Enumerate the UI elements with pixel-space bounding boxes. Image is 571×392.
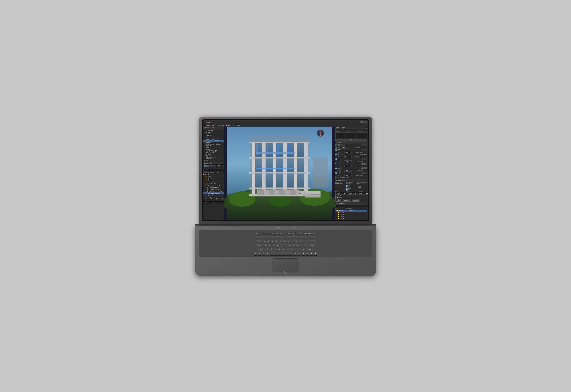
tag-item-mechplumbing[interactable]: ▶Mechanical and Plumbing Systems (203, 143, 224, 146)
key-comma[interactable]: , (294, 248, 297, 251)
top-offset-input[interactable] (344, 151, 352, 153)
key-2[interactable]: 2 (263, 236, 267, 239)
key-ralt[interactable]: alt (294, 252, 297, 255)
list-item[interactable]: ■ 09122019 Boom Blo... DWG (203, 193, 224, 194)
tag-item-interiors[interactable]: ▶Interiors (203, 133, 224, 135)
key-d[interactable]: d (272, 244, 275, 247)
tag-item-level[interactable]: ▶Level (203, 137, 224, 138)
key-9[interactable]: 9 (291, 236, 295, 239)
key-v[interactable]: v (278, 248, 281, 251)
right-offset-input[interactable] (344, 165, 352, 167)
presets-search-input[interactable] (335, 205, 367, 207)
key-caps[interactable]: caps (255, 244, 263, 247)
tag-item-bylevel[interactable]: ▶By Level (203, 131, 224, 133)
tag-item-structural[interactable]: ▶Structural (203, 153, 224, 155)
preset-row[interactable]: 📁 Level 2 (337, 213, 367, 215)
close-icon[interactable]: × (366, 203, 367, 204)
preset-row[interactable]: ▶📁 701814... Base Ma... (335, 210, 367, 212)
key-o[interactable]: o (295, 240, 299, 243)
attach-button[interactable]: 📎 Attach (209, 197, 214, 201)
menu-edit[interactable]: Edit (208, 125, 210, 126)
key-t[interactable]: t (279, 240, 282, 243)
tab-filter[interactable]: Filter (217, 165, 222, 167)
key-z[interactable]: z (266, 248, 269, 251)
key-lbracket[interactable]: [ (303, 240, 306, 243)
key-x[interactable]: x (270, 248, 273, 251)
key-c[interactable]: c (274, 248, 277, 251)
set-right-button[interactable]: Set Right (361, 163, 367, 165)
hide-button[interactable]: HIDE (340, 144, 345, 146)
menu-view[interactable]: View (211, 125, 214, 126)
archive-search-input[interactable] (204, 169, 224, 171)
key-i[interactable]: i (291, 240, 294, 243)
key-lctrl[interactable]: ctrl (258, 252, 261, 255)
tag-item-qaqc[interactable]: ▶QAQC (203, 148, 224, 150)
tag-item-landscape[interactable]: ▶Landscape (203, 135, 224, 137)
key-lalt[interactable]: alt (266, 252, 270, 255)
key-esc[interactable]: esc (255, 232, 258, 235)
close-icon[interactable]: × (366, 127, 367, 128)
key-right[interactable]: ▶ (314, 252, 317, 255)
list-item[interactable]: ▶ 03_Design Team Files (203, 189, 224, 191)
tag-item-lighting[interactable]: ▶Lighting Fixtures (203, 138, 224, 140)
key-f11[interactable]: F11 (300, 232, 303, 235)
key-r[interactable]: r (275, 240, 278, 243)
key-rbracket[interactable]: ] (307, 240, 311, 243)
set-left-button[interactable]: Set Left (362, 158, 367, 160)
close-icon[interactable]: × (366, 142, 367, 143)
key-del[interactable]: del (313, 232, 316, 235)
key-m[interactable]: m (290, 248, 293, 251)
key-b[interactable]: b (282, 248, 285, 251)
key-w[interactable]: w (267, 240, 270, 243)
key-left[interactable]: ◀ (302, 252, 305, 255)
maximize-button[interactable]: □ (362, 121, 364, 123)
menu-file[interactable]: File (204, 125, 206, 126)
list-item[interactable]: ▶ 03_RCS (203, 173, 224, 175)
key-rctrl[interactable]: ctrl (298, 252, 301, 255)
tab-library[interactable]: Library (204, 165, 210, 167)
set-box-button[interactable]: Set Box (362, 144, 367, 146)
menu-archive[interactable]: Archive (226, 125, 230, 126)
key-a[interactable]: a (264, 244, 267, 247)
key-k[interactable]: k (292, 244, 295, 247)
list-item[interactable]: ▶ 35 VDCO (203, 175, 224, 177)
top-checkbox[interactable] (335, 149, 337, 151)
key-f4[interactable]: F4 (271, 232, 275, 235)
object-checkbox[interactable] (346, 188, 347, 189)
key-fn[interactable]: fn (254, 252, 257, 255)
back-checkbox[interactable] (335, 172, 337, 174)
key-q[interactable]: q (263, 240, 266, 243)
set-back-button[interactable]: Set Back (361, 172, 367, 174)
precision-select[interactable]: 0.000 (358, 192, 368, 195)
update-button[interactable]: Update (335, 139, 367, 141)
key-y[interactable]: y (283, 240, 286, 243)
set-front-button[interactable]: Set Front (361, 167, 367, 169)
key-win[interactable]: ⊞ (262, 252, 265, 255)
tag-item-revitfamilytype[interactable]: ▶Revit_Family_Type (203, 150, 224, 152)
list-item[interactable]: ▶ 04_Floor Plan Backgrou... DMU (203, 191, 224, 193)
set-top-button[interactable]: Set Top (362, 149, 367, 151)
list-item[interactable]: ▶ 02_Site Utilization (203, 181, 224, 183)
key-rshift[interactable]: shift (306, 248, 314, 251)
key-backtick[interactable]: ` (255, 236, 258, 239)
front-checkbox[interactable] (335, 168, 337, 169)
key-8[interactable]: 8 (287, 236, 291, 239)
list-item[interactable]: ▶ Archive (203, 194, 224, 196)
key-7[interactable]: 7 (283, 236, 287, 239)
left-offset-input[interactable] (344, 160, 352, 162)
key-6[interactable]: 6 (279, 236, 283, 239)
tag-item-model[interactable]: ▶Model (203, 146, 224, 148)
tag-item-tagphysicaltype[interactable]: ▶Tag_PhysicalType (203, 157, 224, 158)
set-bottom-button[interactable]: Set Bottom (361, 154, 367, 155)
key-4[interactable]: 4 (271, 236, 275, 239)
key-p[interactable]: p (299, 240, 302, 243)
preset-row[interactable]: 📁 Level 1 (337, 212, 367, 213)
midpoint-checkbox[interactable] (346, 186, 347, 187)
tag-item-materialcad[interactable]: ▶Material Name - CAD (203, 140, 224, 142)
front-offset-input[interactable] (344, 170, 352, 171)
key-5[interactable]: 5 (275, 236, 279, 239)
key-semicolon[interactable]: ; (300, 244, 303, 247)
key-f12[interactable]: F12 (303, 232, 307, 235)
key-h[interactable]: h (284, 244, 287, 247)
key-f7[interactable]: F7 (283, 232, 287, 235)
